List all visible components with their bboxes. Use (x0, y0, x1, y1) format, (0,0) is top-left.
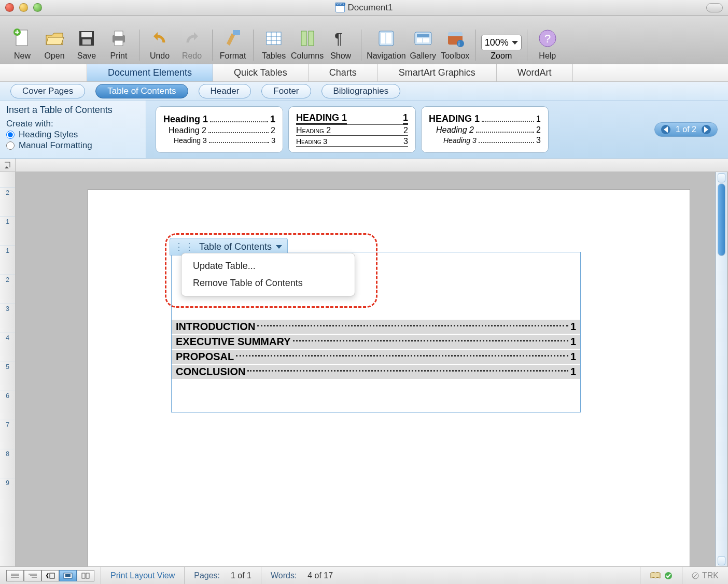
status-bar: Print Layout View Pages: 1 of 1 Words: 4… (0, 566, 728, 584)
document-canvas[interactable]: ⋮⋮ Table of Contents Update Table... Rem… (16, 172, 728, 566)
separator (475, 30, 476, 61)
undo-button[interactable]: Undo (145, 26, 175, 61)
gallery-button[interactable]: Gallery (408, 26, 438, 61)
show-button[interactable]: ¶ Show (326, 26, 356, 61)
pill-cover-pages[interactable]: Cover Pages (10, 84, 85, 98)
circle-slash-icon (692, 572, 699, 579)
view-outline[interactable] (24, 570, 41, 581)
chevron-down-icon[interactable] (276, 245, 282, 249)
menu-remove-toc[interactable]: Remove Table of Contents (181, 275, 355, 292)
toc-entry[interactable]: EXECUTIVE SUMMARY1 (172, 335, 580, 350)
status-pages[interactable]: Pages: 1 of 1 (184, 567, 261, 584)
scroll-thumb[interactable] (718, 183, 725, 256)
radio-input[interactable] (6, 131, 15, 139)
ruler-corner[interactable] (0, 159, 16, 172)
navigation-button[interactable]: Navigation (367, 26, 406, 61)
svg-rect-9 (267, 32, 281, 45)
tab-wordart[interactable]: WordArt (497, 64, 573, 81)
svg-rect-11 (309, 31, 314, 46)
pill-footer[interactable]: Footer (261, 84, 311, 98)
toc-style-thumb[interactable]: Heading 11 Heading 22 Heading 33 (156, 106, 283, 153)
status-words[interactable]: Words: 4 of 17 (261, 567, 342, 584)
toc-entry-title: EXECUTIVE SUMMARY (176, 336, 291, 348)
vertical-ruler[interactable]: 21123456789 (0, 172, 16, 566)
svg-rect-17 (417, 34, 429, 37)
open-label: Open (44, 51, 64, 61)
help-button[interactable]: ? Help (533, 26, 563, 61)
toc-gallery: Insert a Table of Contents Create with: … (0, 101, 728, 159)
toc-entry[interactable]: CONCLUSION1 (172, 365, 580, 380)
help-icon: ? (536, 26, 559, 50)
save-button[interactable]: Save (72, 26, 102, 61)
open-button[interactable]: Open (39, 26, 69, 61)
zoom-control[interactable]: 100% Zoom (481, 35, 522, 61)
status-text: 1 of 1 (231, 571, 251, 580)
page[interactable]: ⋮⋮ Table of Contents Update Table... Rem… (88, 190, 690, 566)
status-text: TRK (702, 571, 719, 580)
redo-button[interactable]: Redo (177, 26, 207, 61)
tab-smartart[interactable]: SmartArt Graphics (378, 64, 497, 81)
vertical-scrollbar[interactable] (716, 172, 727, 566)
status-trk[interactable]: TRK (682, 567, 728, 584)
toc-field-frame[interactable]: ⋮⋮ Table of Contents Update Table... Rem… (171, 252, 581, 412)
toc-style-thumb[interactable]: HEADING 11 Heading 22 Heading 33 (288, 106, 416, 153)
pill-label: Header (211, 86, 240, 96)
menu-update-table[interactable]: Update Table... (181, 258, 355, 275)
svg-rect-14 (381, 33, 385, 44)
separator (212, 30, 213, 61)
svg-rect-29 (65, 574, 71, 577)
toc-entry[interactable]: INTRODUCTION1 (172, 320, 580, 335)
svg-rect-27 (50, 573, 54, 578)
pager-next[interactable] (702, 125, 711, 134)
radio-manual-formatting[interactable]: Manual Formatting (6, 140, 139, 151)
view-notebook[interactable] (77, 570, 94, 581)
radio-heading-styles[interactable]: Heading Styles (6, 130, 139, 140)
toc-entry-page: 1 (570, 351, 576, 363)
scroll-up-button[interactable] (718, 173, 725, 182)
toolbar-toggle-button[interactable] (706, 3, 723, 12)
view-name: Print Layout View (101, 567, 184, 584)
thumb-text: 3 (271, 136, 275, 145)
toc-entry-page: 1 (570, 321, 576, 333)
scroll-down-button[interactable] (718, 556, 725, 565)
svg-rect-18 (417, 38, 422, 42)
pill-header[interactable]: Header (199, 84, 251, 98)
new-button[interactable]: New (7, 26, 37, 61)
format-label: Format (220, 51, 246, 61)
view-publishing[interactable] (41, 570, 59, 581)
thumb-text: 1 (536, 115, 541, 124)
toc-entry-title: PROPOSAL (176, 351, 234, 363)
svg-rect-6 (115, 31, 123, 36)
tab-label: SmartArt Graphics (399, 67, 475, 78)
tab-quick-tables[interactable]: Quick Tables (213, 64, 309, 81)
toc-style-thumb[interactable]: HEADING 11 Heading 22 Heading 33 (421, 106, 549, 153)
chevron-down-icon[interactable] (512, 41, 518, 45)
pill-label: Footer (273, 86, 299, 96)
tables-label: Tables (262, 51, 286, 61)
tables-button[interactable]: Tables (259, 26, 289, 61)
toc-entry[interactable]: PROPOSAL1 (172, 350, 580, 365)
view-normal[interactable] (6, 570, 24, 581)
print-button[interactable]: Print (104, 26, 134, 61)
pill-bibliographies[interactable]: Bibliographies (321, 84, 401, 98)
pill-table-of-contents[interactable]: Table of Contents (95, 84, 188, 98)
separator (253, 30, 254, 61)
tab-label: Quick Tables (234, 67, 287, 78)
format-icon (221, 26, 245, 50)
tab-charts[interactable]: Charts (309, 64, 378, 81)
radio-input[interactable] (6, 141, 15, 150)
toc-entries: INTRODUCTION1EXECUTIVE SUMMARY1PROPOSAL1… (172, 320, 580, 380)
horizontal-ruler[interactable]: 321123456789101112131415161718 (0, 159, 728, 172)
thumb-text: 1 (270, 114, 275, 125)
toolbox-button[interactable]: i Toolbox (440, 26, 470, 61)
thumb-text: HEADING 1 (296, 112, 347, 124)
gallery-pager[interactable]: 1 of 2 (654, 122, 718, 137)
format-button[interactable]: Format (218, 26, 248, 61)
tab-document-elements[interactable]: Document Elements (87, 64, 213, 81)
pager-prev[interactable] (661, 125, 670, 134)
status-spellcheck[interactable] (640, 567, 682, 584)
show-label: Show (330, 51, 351, 61)
view-print-layout[interactable] (59, 570, 77, 581)
zoom-label: Zoom (491, 51, 512, 61)
columns-button[interactable]: Columns (291, 26, 324, 61)
